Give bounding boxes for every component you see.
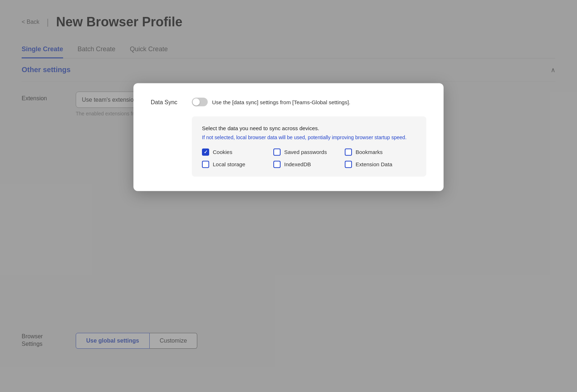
checkbox-item-saved-passwords: Saved passwords bbox=[273, 148, 345, 155]
sync-options-title: Select the data you need to sync across … bbox=[202, 125, 416, 131]
checkbox-local-storage[interactable] bbox=[202, 160, 209, 168]
checkbox-bookmarks[interactable] bbox=[345, 148, 352, 155]
toggle-thumb bbox=[193, 98, 200, 106]
checkbox-item-indexeddb: IndexedDB bbox=[273, 160, 345, 168]
sync-options-box: Select the data you need to sync across … bbox=[192, 116, 426, 177]
checkbox-cookies[interactable] bbox=[202, 148, 209, 155]
checkbox-extension-data-label: Extension Data bbox=[356, 161, 392, 167]
checkbox-indexeddb[interactable] bbox=[273, 160, 281, 168]
data-sync-label: Data Sync bbox=[151, 98, 183, 106]
checkbox-item-cookies: Cookies bbox=[202, 148, 273, 155]
checkbox-saved-passwords-label: Saved passwords bbox=[284, 149, 327, 155]
checkbox-item-bookmarks: Bookmarks bbox=[345, 148, 416, 155]
page-background: < Back | New Browser Profile Single Crea… bbox=[0, 0, 577, 392]
data-sync-toggle[interactable] bbox=[192, 98, 208, 106]
modal-overlay bbox=[0, 0, 577, 392]
checkbox-indexeddb-label: IndexedDB bbox=[284, 161, 311, 167]
checkbox-item-local-storage: Local storage bbox=[202, 160, 273, 168]
sync-options-hint: If not selected, local browser data will… bbox=[202, 134, 416, 141]
data-sync-modal: Data Sync Use the [data sync] settings f… bbox=[133, 83, 444, 191]
checkbox-local-storage-label: Local storage bbox=[213, 161, 245, 167]
data-sync-header-row: Data Sync Use the [data sync] settings f… bbox=[151, 98, 426, 106]
checkbox-bookmarks-label: Bookmarks bbox=[356, 149, 383, 155]
checkbox-extension-data[interactable] bbox=[345, 160, 352, 168]
checkbox-saved-passwords[interactable] bbox=[273, 148, 281, 155]
sync-checkboxes-grid: Cookies Saved passwords Bookmarks Local … bbox=[202, 148, 416, 168]
checkbox-cookies-label: Cookies bbox=[213, 149, 232, 155]
data-sync-description: Use the [data sync] settings from [Teams… bbox=[212, 99, 351, 105]
checkbox-item-extension-data: Extension Data bbox=[345, 160, 416, 168]
data-sync-controls: Use the [data sync] settings from [Teams… bbox=[192, 98, 351, 106]
